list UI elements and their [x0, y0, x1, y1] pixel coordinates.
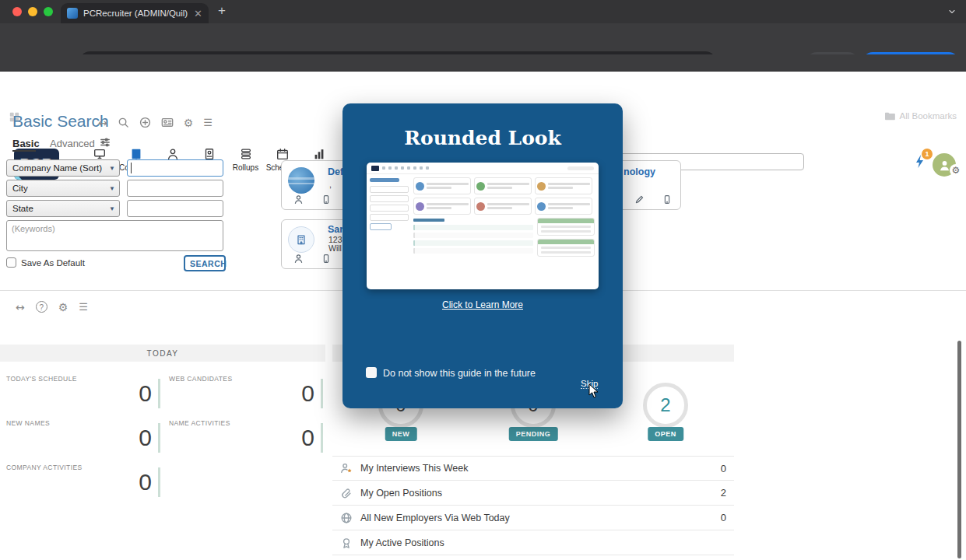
add-record-icon[interactable]: [139, 117, 151, 128]
schedule-calendar-icon: [264, 146, 300, 162]
company-logo-avatar: [288, 167, 314, 194]
dont-show-checkbox[interactable]: [366, 367, 377, 378]
interview-person-icon: [340, 462, 360, 474]
globe-icon: [340, 512, 360, 524]
contact-card-icon[interactable]: [161, 117, 174, 128]
city-input[interactable]: [127, 180, 223, 197]
mobile-phone-icon[interactable]: [321, 254, 331, 264]
metric-accent-bar: [158, 379, 160, 408]
field-select-city[interactable]: City▼: [6, 180, 120, 197]
ribbon-badge-icon: [340, 537, 360, 549]
metric-accent-bar: [321, 379, 323, 408]
chevron-down-icon: ▼: [109, 160, 115, 177]
browser-toolbar: www2.pcrecruiter.net/pcr.asp?uid=odbc.qu…: [0, 23, 966, 54]
metric-tile: TODAY'S SCHEDULE 0: [0, 362, 163, 406]
browser-tab[interactable]: PCRecruiter (ADMIN/Quil) ✕: [61, 3, 209, 23]
avatar-settings-gear-icon[interactable]: ⚙: [950, 164, 962, 177]
tab-advanced[interactable]: Advanced: [50, 138, 95, 149]
tab-title: PCRecruiter (ADMIN/Quil): [83, 9, 189, 18]
filter-sliders-icon[interactable]: [100, 137, 111, 148]
contact-person-icon[interactable]: [293, 194, 304, 205]
metric-accent-bar: [321, 423, 323, 453]
bookmarks-bar: All Bookmarks: [0, 54, 966, 72]
company-building-avatar: [288, 226, 314, 253]
all-bookmarks-button[interactable]: All Bookmarks: [884, 111, 957, 121]
save-as-default-checkbox[interactable]: [6, 257, 16, 268]
tab-search-chevron-icon[interactable]: [947, 7, 957, 16]
list-menu-icon[interactable]: ☰: [203, 117, 213, 128]
page-title: Basic Search: [12, 112, 109, 131]
chevron-down-icon: ▼: [109, 180, 115, 198]
list-item-new-employers[interactable]: All New Employers Via Web Today 0: [332, 506, 734, 530]
tab-close-icon[interactable]: ✕: [194, 9, 202, 19]
guide-modal-title: Rounded Look: [342, 127, 623, 149]
chevron-down-icon: ▼: [109, 201, 115, 218]
field-select-company-name[interactable]: Company Name (Sort)▼: [6, 159, 120, 177]
list-item-my-open-positions[interactable]: My Open Positions 2: [332, 481, 734, 506]
status-badge-pending: PENDING: [509, 427, 558, 441]
status-badge-open: OPEN: [648, 427, 683, 441]
metric-accent-bar: [158, 467, 160, 497]
tab-favicon-icon: [67, 8, 78, 19]
window-zoom-button[interactable]: [44, 7, 53, 16]
collapse-arrows-icon[interactable]: ↔: [16, 302, 25, 313]
settings-gear-icon[interactable]: ⚙: [184, 117, 194, 128]
reports-chart-icon: [300, 146, 337, 162]
tab-basic[interactable]: Basic: [12, 138, 40, 149]
new-tab-button[interactable]: +: [218, 3, 226, 19]
positions-row-list: My Interviews This Week 0 My Open Positi…: [332, 456, 734, 555]
list-menu-icon[interactable]: ☰: [79, 302, 88, 312]
rollups-stack-icon: [227, 146, 264, 162]
settings-gear-icon[interactable]: ⚙: [58, 302, 68, 313]
guide-modal: Rounded Look: [342, 103, 623, 408]
collapse-arrows-icon[interactable]: ↔: [98, 117, 107, 128]
list-item-my-active-positions[interactable]: My Active Positions: [332, 530, 734, 555]
list-item-my-interviews[interactable]: My Interviews This Week 0: [332, 456, 734, 481]
guide-preview-thumbnail: [367, 163, 599, 289]
vertical-scrollbar[interactable]: [957, 341, 961, 558]
status-badge-new: NEW: [385, 427, 417, 441]
metric-tile: COMPANY ACTIVITIES 0: [0, 450, 163, 495]
browser-titlebar: PCRecruiter (ADMIN/Quil) ✕ +: [0, 0, 966, 23]
metric-tile: NEW NAMES 0: [0, 406, 163, 450]
mobile-phone-icon[interactable]: [321, 194, 331, 205]
search-icon[interactable]: [118, 117, 129, 128]
active-tab-underline: [12, 150, 36, 152]
notification-badge: 1: [922, 149, 933, 159]
nav-item-rollups[interactable]: Rollups: [227, 146, 264, 172]
metric-accent-bar: [158, 423, 160, 453]
positions-ring-open: 2: [643, 383, 688, 428]
company-name-input[interactable]: [127, 159, 223, 177]
text-caret: [131, 163, 132, 173]
search-button[interactable]: SEARCH: [184, 255, 226, 271]
help-icon[interactable]: ?: [36, 301, 47, 313]
state-input[interactable]: [127, 200, 223, 217]
save-as-default-label: Save As Default: [21, 258, 85, 268]
all-bookmarks-label: All Bookmarks: [900, 111, 957, 121]
mobile-phone-icon[interactable]: [662, 194, 672, 205]
mouse-cursor-icon: [588, 383, 599, 398]
paperclip-icon: [340, 487, 360, 499]
learn-more-link[interactable]: Click to Learn More: [342, 299, 623, 310]
edit-pencil-icon[interactable]: [634, 194, 645, 205]
window-minimize-button[interactable]: [28, 7, 37, 16]
page-title-toolbar: ↔ ⚙ ☰: [98, 117, 213, 128]
dashboard-toolbar: ↔ ? ⚙ ☰: [16, 301, 88, 313]
contact-person-icon[interactable]: [293, 254, 304, 264]
dont-show-label: Do not show this guide in the future: [383, 368, 536, 379]
keywords-textarea[interactable]: [6, 220, 223, 251]
field-select-state[interactable]: State▼: [6, 200, 120, 217]
today-panel-header: TODAY: [0, 345, 325, 362]
window-close-button[interactable]: [12, 7, 22, 16]
metric-tile: NAME ACTIVITIES 0: [163, 406, 325, 450]
metric-tile: WEB CANDIDATES 0: [163, 362, 325, 406]
